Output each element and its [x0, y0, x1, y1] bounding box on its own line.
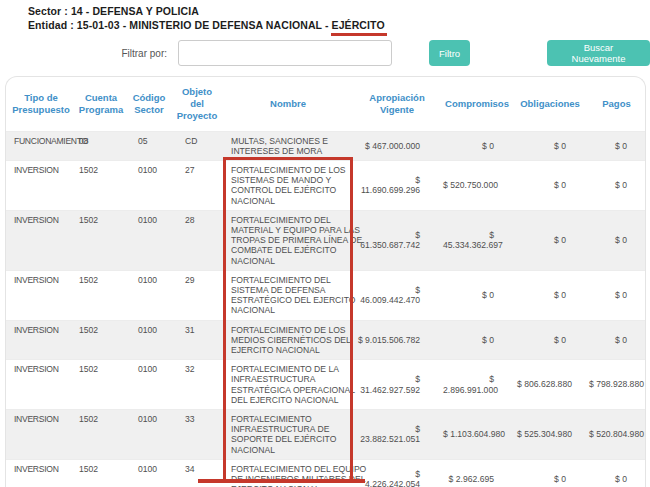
- cell-nombre: FORTALECIMIENTO DEL SISTEMA DE DEFENSA E…: [222, 270, 354, 320]
- cell-cuenta: 1502: [76, 360, 126, 410]
- cell-cuenta: 1502: [76, 409, 126, 459]
- cell-nombre: FORTALECIMIENTO INFRAESTRUCTURA DE SOPOR…: [222, 409, 354, 459]
- cell-tipo: INVERSION: [6, 360, 76, 410]
- cell-cuenta: 1502: [76, 320, 126, 360]
- table-header: Tipo de Presupuesto Cuenta Programa Códi…: [6, 77, 646, 131]
- cell-compromisos: $ 45.334.362.697: [440, 210, 514, 270]
- cell-pagos: $ 520.804.980: [586, 409, 646, 459]
- cell-apropiacion: $ 46.009.442.470: [354, 270, 440, 320]
- cell-apropiacion: $ 23.882.521.051: [354, 409, 440, 459]
- cell-tipo: FUNCIONAMIENTO: [6, 131, 76, 160]
- table-row: INVERSION1502010032FORTALECIMIENTO DE LA…: [6, 360, 646, 410]
- cell-objeto: 29: [172, 270, 222, 320]
- table-body: FUNCIONAMIENTO0805CDMULTAS, SANCIONES E …: [6, 131, 646, 487]
- table-row: INVERSION1502010034FORTALECIMIENTO DEL E…: [6, 459, 646, 487]
- table-row: INVERSION1502010028FORTALECIMIENTO DEL M…: [6, 210, 646, 270]
- column-header-compromisos: Compromisos: [440, 77, 514, 131]
- cell-objeto: 34: [172, 459, 222, 487]
- cell-tipo: INVERSION: [6, 409, 76, 459]
- budget-table: Tipo de Presupuesto Cuenta Programa Códi…: [6, 77, 646, 487]
- cell-pagos: $ 798.928.880: [586, 360, 646, 410]
- column-header-obligaciones: Obligaciones: [514, 77, 586, 131]
- cell-nombre: FORTALECIMIENTO DE LOS MEDIOS CIBERNÉTIC…: [222, 320, 354, 360]
- cell-compromisos: $ 1.103.604.980: [440, 409, 514, 459]
- cell-obligaciones: $ 0: [514, 131, 586, 160]
- cell-tipo: INVERSION: [6, 270, 76, 320]
- cell-apropiacion: $ 61.350.687.742: [354, 210, 440, 270]
- cell-codigo: 0100: [126, 160, 172, 210]
- cell-tipo: INVERSION: [6, 320, 76, 360]
- table-row: FUNCIONAMIENTO0805CDMULTAS, SANCIONES E …: [6, 131, 646, 160]
- cell-apropiacion: $ 11.690.699.296: [354, 160, 440, 210]
- table-card: Tipo de Presupuesto Cuenta Programa Códi…: [5, 76, 646, 487]
- cell-cuenta: 1502: [76, 210, 126, 270]
- cell-compromisos: $ 0: [440, 320, 514, 360]
- cell-obligaciones: $ 806.628.880: [514, 360, 586, 410]
- cell-compromisos: $ 0: [440, 131, 514, 160]
- entity-label: Entidad : 15-01-03 - MINISTERIO DE DEFEN…: [28, 19, 386, 36]
- column-header-objeto-del-proyecto: Objeto del Proyecto: [172, 77, 222, 131]
- cell-tipo: INVERSION: [6, 160, 76, 210]
- cell-cuenta: 08: [76, 131, 126, 160]
- cell-nombre: FORTALECIMIENTO DE LA INFRAESTRUCTURA ES…: [222, 360, 354, 410]
- column-header-codigo-sector: Código Sector: [126, 77, 172, 131]
- cell-pagos: $ 0: [586, 320, 646, 360]
- cell-cuenta: 1502: [76, 459, 126, 487]
- filter-button[interactable]: Filtro: [429, 40, 470, 66]
- cell-obligaciones: $ 0: [514, 160, 586, 210]
- cell-codigo: 0100: [126, 320, 172, 360]
- cell-obligaciones: $ 0: [514, 459, 586, 487]
- cell-cuenta: 1502: [76, 160, 126, 210]
- cell-objeto: 28: [172, 210, 222, 270]
- table-row: INVERSION1502010027FORTALECIMIENTO DE LO…: [6, 160, 646, 210]
- cell-nombre: FORTALECIMIENTO DE LOS SISTEMAS DE MANDO…: [222, 160, 354, 210]
- entity-highlight: EJÉRCITO: [331, 19, 387, 36]
- cell-objeto: 31: [172, 320, 222, 360]
- table-row: INVERSION1502010033FORTALECIMIENTO INFRA…: [6, 409, 646, 459]
- entity-prefix: Entidad : 15-01-03 - MINISTERIO DE DEFEN…: [28, 19, 332, 31]
- cell-apropiacion: $ 9.015.506.782: [354, 320, 440, 360]
- cell-objeto: 33: [172, 409, 222, 459]
- cell-objeto: CD: [172, 131, 222, 160]
- cell-tipo: INVERSION: [6, 459, 76, 487]
- cell-pagos: $ 0: [586, 459, 646, 487]
- cell-codigo: 0100: [126, 459, 172, 487]
- cell-obligaciones: $ 0: [514, 270, 586, 320]
- column-header-pagos: Pagos: [586, 77, 646, 131]
- cell-compromisos: $ 0: [440, 270, 514, 320]
- sector-label: Sector : 14 - DEFENSA Y POLICIA: [28, 5, 199, 17]
- column-header-tipo-de-presupuesto: Tipo de Presupuesto: [6, 77, 76, 131]
- cell-nombre: FORTALECIMIENTO DEL EQUIPO DE INGENIEROS…: [222, 459, 354, 487]
- cell-pagos: $ 0: [586, 131, 646, 160]
- column-header-apropiacion-vigente: Apropiación Vigente: [354, 77, 440, 131]
- cell-obligaciones: $ 0: [514, 320, 586, 360]
- table-row: INVERSION1502010029FORTALECIMIENTO DEL S…: [6, 270, 646, 320]
- cell-pagos: $ 0: [586, 210, 646, 270]
- cell-cuenta: 1502: [76, 270, 126, 320]
- cell-pagos: $ 0: [586, 160, 646, 210]
- cell-codigo: 0100: [126, 409, 172, 459]
- filter-label: Filtrar por:: [103, 48, 167, 59]
- cell-tipo: INVERSION: [6, 210, 76, 270]
- column-header-cuenta-programa: Cuenta Programa: [76, 77, 126, 131]
- cell-objeto: 32: [172, 360, 222, 410]
- cell-apropiacion: $ 31.462.927.592: [354, 360, 440, 410]
- cell-nombre: MULTAS, SANCIONES E INTERESES DE MORA: [222, 131, 354, 160]
- cell-compromisos: $ 2.896.991.000: [440, 360, 514, 410]
- cell-obligaciones: $ 0: [514, 210, 586, 270]
- table-row: INVERSION1502010031FORTALECIMIENTO DE LO…: [6, 320, 646, 360]
- column-header-nombre: Nombre: [222, 77, 354, 131]
- filter-input[interactable]: [178, 40, 392, 66]
- cell-codigo: 05: [126, 131, 172, 160]
- cell-compromisos: $ 2.962.695: [440, 459, 514, 487]
- cell-compromisos: $ 520.750.000: [440, 160, 514, 210]
- cell-codigo: 0100: [126, 360, 172, 410]
- cell-obligaciones: $ 525.304.980: [514, 409, 586, 459]
- cell-apropiacion: $ 4.226.242.054: [354, 459, 440, 487]
- search-again-button[interactable]: Buscar Nuevamente: [547, 40, 650, 66]
- cell-codigo: 0100: [126, 210, 172, 270]
- cell-codigo: 0100: [126, 270, 172, 320]
- cell-nombre: FORTALECIMIENTO DEL MATERIAL Y EQUIPO PA…: [222, 210, 354, 270]
- cell-pagos: $ 0: [586, 270, 646, 320]
- cell-objeto: 27: [172, 160, 222, 210]
